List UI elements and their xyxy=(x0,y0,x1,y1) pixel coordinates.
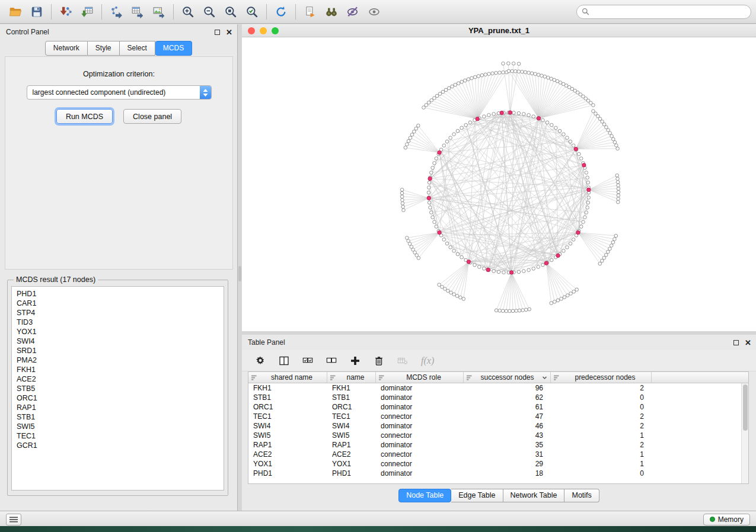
column-header[interactable]: successor nodes xyxy=(464,372,551,383)
float-panel-icon[interactable] xyxy=(215,30,220,35)
column-header[interactable]: shared name xyxy=(248,372,327,383)
close-panel-icon[interactable]: ✕ xyxy=(745,340,751,345)
zoom-fit-button[interactable] xyxy=(220,2,241,21)
result-node[interactable]: PHD1 xyxy=(17,289,222,299)
column-header[interactable]: predecessor nodes xyxy=(551,372,652,383)
result-node[interactable]: TID3 xyxy=(17,318,222,327)
table-settings-button[interactable] xyxy=(255,355,266,366)
table-row[interactable]: ORC1ORC1dominator610 xyxy=(248,402,748,412)
delete-table-icon xyxy=(397,355,408,366)
tab-network[interactable]: Network xyxy=(45,41,88,56)
tab-motifs[interactable]: Motifs xyxy=(564,489,599,502)
export-network-icon xyxy=(110,5,123,18)
delete-column-button[interactable] xyxy=(374,355,384,366)
table-row[interactable]: PHD1PHD1dominator180 xyxy=(248,469,748,478)
delete-table-button[interactable] xyxy=(397,355,408,366)
export-image-button[interactable] xyxy=(148,2,170,21)
refresh-button[interactable] xyxy=(270,2,292,21)
plus-icon xyxy=(350,355,361,366)
result-node[interactable]: STB1 xyxy=(17,412,222,422)
table-row[interactable]: ACE2ACE2connector311 xyxy=(248,450,748,459)
column-header[interactable]: MCDS role xyxy=(376,372,464,383)
run-mcds-button[interactable]: Run MCDS xyxy=(56,109,113,124)
table-cell: 2 xyxy=(551,383,652,393)
result-node[interactable]: RAP1 xyxy=(17,403,222,412)
result-node[interactable]: SRD1 xyxy=(17,346,222,355)
network-graph[interactable] xyxy=(242,37,756,331)
table-cell: FKH1 xyxy=(248,383,327,393)
splitter-grip[interactable] xyxy=(238,266,241,281)
status-menu-button[interactable] xyxy=(6,514,21,525)
add-column-button[interactable] xyxy=(350,355,361,366)
result-node[interactable]: STB5 xyxy=(17,384,222,393)
result-node[interactable]: CAR1 xyxy=(17,299,222,308)
function-builder-button[interactable]: f(x) xyxy=(421,355,434,366)
show-columns-button[interactable] xyxy=(279,355,289,366)
tab-node-table[interactable]: Node Table xyxy=(398,489,451,502)
result-node[interactable]: ORC1 xyxy=(17,393,222,403)
table-cell: connector xyxy=(376,459,464,469)
result-node[interactable]: STP4 xyxy=(17,308,222,318)
search-box[interactable] xyxy=(576,5,751,19)
select-all-button[interactable] xyxy=(302,355,313,366)
find-button[interactable] xyxy=(321,2,342,21)
application-window: Control Panel ✕ NetworkStyleSelectMCDS O… xyxy=(0,0,756,527)
table-cell: SWI4 xyxy=(248,421,327,431)
show-hide-panel-button[interactable] xyxy=(363,2,385,21)
table-scrollbar[interactable] xyxy=(741,383,748,484)
zoom-out-button[interactable] xyxy=(199,2,220,21)
tab-edge-table[interactable]: Edge Table xyxy=(451,489,503,502)
result-node[interactable]: YOX1 xyxy=(17,327,222,336)
zoom-selected-button[interactable] xyxy=(241,2,263,21)
export-network-button[interactable] xyxy=(106,2,127,21)
close-panel-button[interactable]: Close panel xyxy=(123,109,181,124)
export-image-icon xyxy=(152,5,165,18)
mcds-result-list[interactable]: PHD1CAR1STP4TID3YOX1SWI4SRD1PMA2FKH1ACE2… xyxy=(11,286,224,491)
float-panel-icon[interactable] xyxy=(733,340,739,345)
table-row[interactable]: YOX1YOX1connector291 xyxy=(248,459,748,469)
folder-icon xyxy=(9,5,22,18)
table-row[interactable]: RAP1RAP1dominator352 xyxy=(248,440,748,450)
network-canvas[interactable] xyxy=(242,37,756,331)
table-row[interactable]: STB1STB1dominator620 xyxy=(248,393,748,402)
tab-style[interactable]: Style xyxy=(88,41,120,56)
tab-select[interactable]: Select xyxy=(120,41,155,56)
table-cell: dominator xyxy=(376,393,464,402)
vertical-splitter[interactable] xyxy=(238,24,242,511)
scrollbar-thumb[interactable] xyxy=(743,384,748,431)
unselect-all-button[interactable] xyxy=(326,355,337,366)
result-node[interactable]: SWI4 xyxy=(17,336,222,346)
table-row[interactable]: SWI5SWI5connector431 xyxy=(248,431,748,440)
result-node[interactable]: PMA2 xyxy=(17,355,222,365)
result-node[interactable]: ACE2 xyxy=(17,374,222,384)
open-file-button[interactable] xyxy=(5,2,26,21)
memory-button[interactable]: Memory xyxy=(703,514,750,525)
close-window-icon[interactable] xyxy=(248,27,255,34)
save-button[interactable] xyxy=(26,2,47,21)
table-row[interactable]: SWI4SWI4dominator462 xyxy=(248,421,748,431)
export-table-button[interactable] xyxy=(127,2,148,21)
import-network-button[interactable] xyxy=(55,2,76,21)
result-node[interactable]: FKH1 xyxy=(17,365,222,374)
table-cell: 96 xyxy=(464,383,551,393)
table-cell: 2 xyxy=(551,421,652,431)
criterion-select[interactable]: largest connected component (undirected) xyxy=(27,85,212,100)
minimize-window-icon[interactable] xyxy=(260,27,267,34)
table-row[interactable]: TEC1TEC1connector472 xyxy=(248,412,748,421)
control-panel-tabs: NetworkStyleSelectMCDS xyxy=(0,41,237,56)
import-table-button[interactable] xyxy=(76,2,98,21)
zoom-in-button[interactable] xyxy=(177,2,199,21)
tab-network-table[interactable]: Network Table xyxy=(503,489,565,502)
tab-mcds[interactable]: MCDS xyxy=(155,41,192,56)
toggle-graphics-details-button[interactable] xyxy=(342,2,363,21)
column-header[interactable]: name xyxy=(327,372,376,383)
result-node[interactable]: GCR1 xyxy=(17,441,222,450)
close-panel-icon[interactable]: ✕ xyxy=(226,30,232,35)
result-node[interactable]: SWI5 xyxy=(17,422,222,431)
maximize-window-icon[interactable] xyxy=(272,27,279,34)
result-node[interactable]: TEC1 xyxy=(17,431,222,441)
clone-network-button[interactable] xyxy=(299,2,321,21)
search-input[interactable] xyxy=(592,8,746,16)
workspace: Control Panel ✕ NetworkStyleSelectMCDS O… xyxy=(0,24,756,511)
table-row[interactable]: FKH1FKH1dominator962 xyxy=(248,383,748,393)
